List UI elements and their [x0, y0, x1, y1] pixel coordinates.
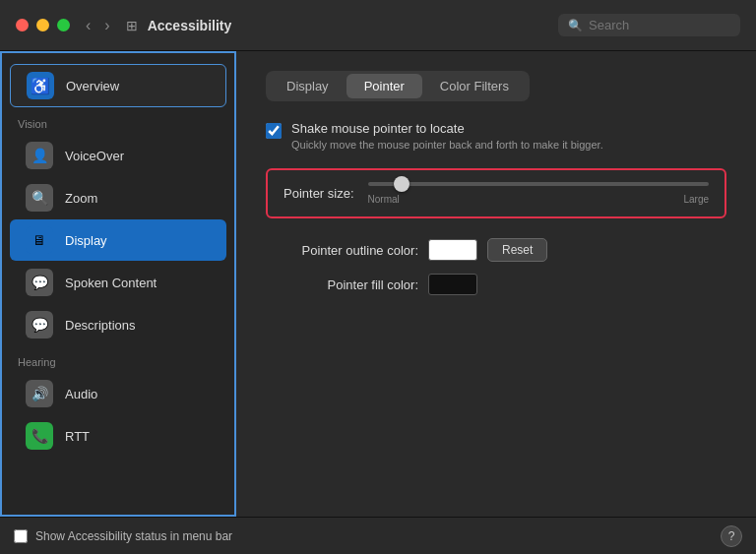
search-icon: 🔍	[568, 19, 583, 32]
shake-row: Shake mouse pointer to locate Quickly mo…	[266, 121, 726, 153]
search-box[interactable]: 🔍	[558, 14, 740, 36]
forward-button[interactable]: ›	[100, 16, 113, 35]
shake-label: Shake mouse pointer to locate	[291, 121, 603, 136]
sidebar-item-descriptions[interactable]: 💬 Descriptions	[10, 304, 226, 345]
sidebar-item-audio[interactable]: 🔊 Audio	[10, 373, 226, 414]
sidebar: ♿ Overview Vision 👤 VoiceOver 🔍 Zoom 🖥 D…	[0, 51, 236, 517]
maximize-button[interactable]	[57, 19, 70, 31]
show-status-label: Show Accessibility status in menu bar	[35, 529, 232, 543]
close-button[interactable]	[16, 19, 29, 31]
tab-color-filters[interactable]: Color Filters	[422, 74, 527, 98]
shake-sublabel: Quickly move the mouse pointer back and …	[291, 138, 603, 153]
overview-label: Overview	[66, 79, 119, 93]
descriptions-icon: 💬	[26, 311, 53, 339]
grid-icon: ⊞	[126, 18, 138, 33]
back-button[interactable]: ‹	[82, 16, 94, 35]
help-button[interactable]: ?	[721, 525, 742, 547]
voiceover-label: VoiceOver	[65, 149, 124, 163]
descriptions-label: Descriptions	[65, 318, 136, 333]
pointer-size-label: Pointer size:	[284, 186, 354, 201]
tab-display[interactable]: Display	[269, 74, 346, 98]
window-title: Accessibility	[148, 18, 558, 33]
minimize-button[interactable]	[36, 19, 49, 31]
slider-label-large: Large	[683, 194, 709, 205]
content-panel: Display Pointer Color Filters Shake mous…	[236, 51, 756, 517]
slider-row: Pointer size: Normal Large	[284, 182, 709, 205]
slider-labels: Normal Large	[368, 194, 709, 205]
nav-buttons: ‹ ›	[82, 16, 114, 35]
pointer-size-section: Pointer size: Normal Large	[266, 168, 726, 218]
spoken-content-icon: 💬	[26, 269, 53, 296]
shake-text-block: Shake mouse pointer to locate Quickly mo…	[291, 121, 603, 153]
display-icon: 🖥	[26, 226, 53, 254]
hearing-section-header: Hearing	[2, 346, 234, 372]
titlebar: ‹ › ⊞ Accessibility 🔍	[0, 0, 756, 51]
voiceover-icon: 👤	[26, 142, 53, 169]
fill-color-label: Pointer fill color:	[266, 277, 418, 292]
sidebar-item-voiceover[interactable]: 👤 VoiceOver	[10, 135, 226, 176]
pointer-size-slider[interactable]	[368, 182, 709, 186]
sidebar-item-rtt[interactable]: 📞 RTT	[10, 415, 226, 457]
sidebar-item-display[interactable]: 🖥 Display	[10, 219, 226, 261]
audio-label: Audio	[65, 387, 97, 401]
slider-container: Normal Large	[368, 182, 709, 205]
tab-bar: Display Pointer Color Filters	[266, 71, 530, 101]
zoom-label: Zoom	[65, 191, 97, 206]
zoom-icon: 🔍	[26, 184, 53, 212]
sidebar-item-overview[interactable]: ♿ Overview	[10, 64, 226, 107]
sidebar-item-spoken-content[interactable]: 💬 Spoken Content	[10, 262, 226, 303]
slider-label-normal: Normal	[368, 194, 400, 205]
bottom-bar: Show Accessibility status in menu bar ?	[0, 517, 756, 554]
traffic-lights	[16, 19, 70, 31]
reset-button[interactable]: Reset	[487, 238, 547, 262]
fill-color-row: Pointer fill color:	[266, 274, 726, 295]
sidebar-item-zoom[interactable]: 🔍 Zoom	[10, 177, 226, 218]
outline-color-swatch[interactable]	[428, 239, 477, 261]
rtt-icon: 📞	[26, 422, 53, 450]
search-input[interactable]	[589, 18, 730, 32]
overview-icon: ♿	[27, 72, 54, 99]
outline-color-label: Pointer outline color:	[266, 243, 418, 258]
shake-checkbox[interactable]	[266, 123, 282, 139]
audio-icon: 🔊	[26, 380, 53, 407]
spoken-content-label: Spoken Content	[65, 276, 157, 290]
vision-section-header: Vision	[2, 108, 234, 134]
outline-color-row: Pointer outline color: Reset	[266, 238, 726, 262]
rtt-label: RTT	[65, 429, 90, 444]
display-label: Display	[65, 233, 107, 248]
show-status-row: Show Accessibility status in menu bar	[14, 529, 232, 543]
tab-pointer[interactable]: Pointer	[346, 74, 422, 98]
show-status-checkbox[interactable]	[14, 529, 28, 543]
main-content: ♿ Overview Vision 👤 VoiceOver 🔍 Zoom 🖥 D…	[0, 51, 756, 517]
fill-color-swatch[interactable]	[428, 274, 477, 295]
